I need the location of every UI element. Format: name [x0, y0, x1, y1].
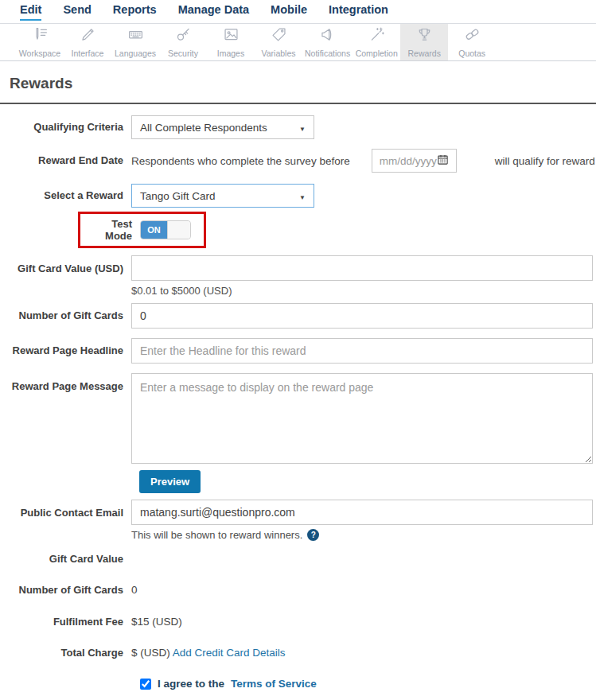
summary-fulfilment-fee-label: Fulfilment Fee: [0, 616, 131, 628]
reward-headline-label: Reward Page Headline: [0, 344, 131, 357]
reward-headline-input[interactable]: [131, 338, 593, 364]
selected-value: All Complete Respondents: [140, 122, 267, 134]
nav-item-mobile[interactable]: Mobile: [271, 4, 307, 19]
tab-label: Languages: [115, 49, 156, 58]
total-charge-amount: $ (USD): [131, 647, 170, 659]
pen-list-icon: [32, 26, 49, 46]
chain-link-icon: [464, 26, 481, 46]
number-gift-cards-label: Number of Gift Cards: [0, 309, 131, 322]
qualifying-criteria-label: Qualifying Criteria: [0, 121, 131, 134]
tab-quotas[interactable]: Quotas: [448, 24, 496, 60]
tab-label: Quotas: [458, 49, 485, 58]
chevron-down-icon: [299, 190, 306, 202]
select-reward-label: Select a Reward: [0, 189, 131, 202]
tab-label: Workspace: [19, 49, 60, 58]
summary-row: Fulfilment Fee $15 (USD): [0, 616, 593, 628]
reward-message-label: Reward Page Message: [0, 373, 131, 467]
rewards-form: Qualifying Criteria All Complete Respond…: [0, 104, 596, 700]
settings-toolbar: Workspace Interface Languages Security I…: [0, 24, 596, 61]
terms-checkbox[interactable]: [140, 679, 151, 690]
number-gift-cards-input[interactable]: [131, 303, 593, 329]
tag-icon: [271, 26, 287, 46]
reward-message-textarea[interactable]: [131, 373, 593, 464]
nav-item-send[interactable]: Send: [63, 4, 91, 19]
preview-button[interactable]: Preview: [139, 470, 201, 493]
test-mode-highlight: Test Mode ON: [78, 212, 206, 248]
tab-label: Completion: [356, 49, 398, 58]
summary-number-cards-value: 0: [131, 584, 138, 597]
test-mode-toggle[interactable]: ON: [140, 220, 191, 239]
nav-item-reports[interactable]: Reports: [113, 4, 157, 19]
end-date-after-text: will qualify for reward: [495, 155, 595, 167]
toggle-on-label: ON: [141, 221, 167, 239]
summary-gift-card-value-label: Gift Card Value: [0, 553, 131, 566]
tab-languages[interactable]: Languages: [111, 24, 159, 60]
tab-images[interactable]: Images: [207, 24, 255, 60]
agree-text: I agree to the: [158, 678, 224, 690]
public-email-input[interactable]: [131, 500, 593, 525]
calendar-icon[interactable]: [437, 154, 449, 169]
summary-total-charge-value: $ (USD) Add Credit Card Details: [131, 647, 286, 659]
nav-item-manage-data[interactable]: Manage Data: [178, 4, 249, 19]
nav-item-integration[interactable]: Integration: [329, 4, 388, 19]
test-mode-label: Test Mode: [85, 218, 132, 242]
qualifying-criteria-select[interactable]: All Complete Respondents: [131, 115, 314, 139]
reward-end-date-input[interactable]: mm/dd/yyyy: [372, 149, 457, 173]
keyboard-icon: [127, 26, 144, 46]
tab-notifications[interactable]: Notifications: [302, 24, 353, 60]
tab-workspace[interactable]: Workspace: [16, 24, 64, 60]
nav-item-edit[interactable]: Edit: [20, 4, 41, 21]
gift-card-value-label: Gift Card Value (USD): [0, 255, 131, 297]
tab-security[interactable]: Security: [159, 24, 207, 60]
toggle-knob[interactable]: [167, 221, 190, 239]
tab-interface[interactable]: Interface: [64, 24, 111, 60]
date-placeholder: mm/dd/yyyy: [380, 155, 437, 167]
select-reward-select[interactable]: Tango Gift Card: [131, 184, 314, 208]
tab-rewards[interactable]: Rewards: [400, 24, 448, 60]
terms-of-service-link[interactable]: Terms of Service: [231, 678, 317, 690]
public-email-helper: This will be shown to reward winners.: [131, 529, 302, 541]
magic-wand-icon: [368, 26, 385, 46]
gift-card-value-helper: $0.01 to $5000 (USD): [131, 285, 593, 297]
end-date-before-text: Respondents who complete the survey befo…: [131, 155, 350, 167]
tab-label: Security: [168, 49, 198, 58]
help-question-icon[interactable]: ?: [307, 529, 319, 541]
tab-variables[interactable]: Variables: [255, 24, 302, 60]
reward-end-date-label: Reward End Date: [0, 154, 131, 167]
top-nav: Edit Send Reports Manage Data Mobile Int…: [0, 0, 596, 24]
summary-number-cards-label: Number of Gift Cards: [0, 584, 131, 597]
trophy-icon: [416, 26, 433, 46]
summary-fulfilment-fee-value: $15 (USD): [131, 616, 182, 628]
add-credit-card-link[interactable]: Add Credit Card Details: [173, 647, 286, 659]
public-email-label: Public Contact Email: [0, 500, 131, 541]
tab-completion[interactable]: Completion: [353, 24, 400, 60]
selected-value: Tango Gift Card: [140, 190, 216, 202]
pen-icon: [80, 26, 96, 46]
tab-label: Images: [217, 49, 244, 58]
tab-label: Interface: [72, 49, 104, 58]
chevron-down-icon: [299, 122, 306, 134]
key-icon: [175, 26, 192, 46]
image-icon: [223, 26, 240, 46]
megaphone-icon: [319, 26, 336, 46]
page-title: Rewards: [0, 61, 596, 103]
summary-row: Total Charge $ (USD) Add Credit Card Det…: [0, 647, 593, 659]
tab-label: Notifications: [305, 49, 350, 58]
gift-card-value-input[interactable]: [131, 255, 593, 281]
tab-label: Variables: [262, 49, 296, 58]
summary-row: Gift Card Value: [0, 553, 593, 566]
summary-row: Number of Gift Cards 0: [0, 584, 593, 597]
summary-total-charge-label: Total Charge: [0, 647, 131, 659]
tab-label: Rewards: [407, 49, 440, 58]
